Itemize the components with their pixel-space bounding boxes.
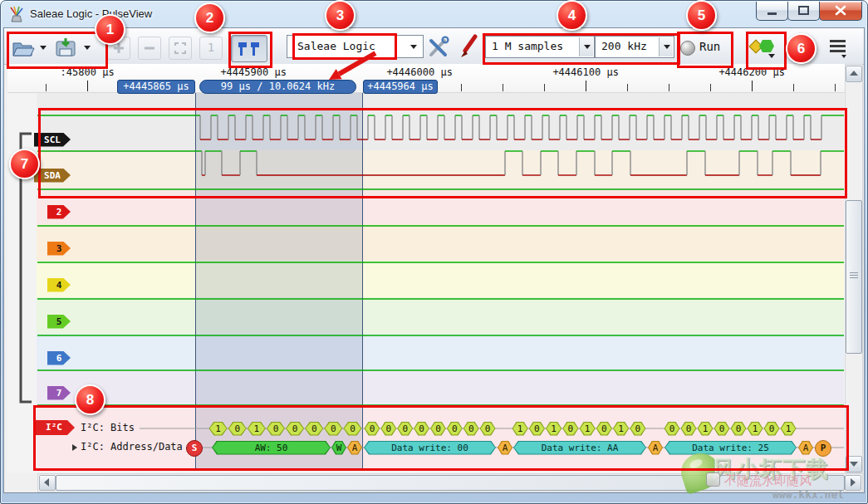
annotation-circle-8: 8 <box>75 384 105 415</box>
annotation-box-8 <box>33 405 849 471</box>
annotation-box-1 <box>7 32 108 69</box>
annotation-box-7 <box>38 108 847 198</box>
zoom-fit-button[interactable] <box>169 37 192 60</box>
ruler-minor-tick <box>710 84 711 91</box>
ruler-label: +4446000 µs <box>386 66 452 78</box>
ruler-major-tick <box>586 81 586 91</box>
pulseview-window: Saleae Logic - PulseView 1 <box>0 0 868 504</box>
ruler-minor-tick <box>835 84 836 91</box>
ruler-minor-tick <box>627 84 628 91</box>
scroll-left-button[interactable] <box>39 475 56 491</box>
ruler-minor-tick <box>503 84 503 91</box>
ruler-major-tick <box>752 81 753 91</box>
main-menu-button[interactable] <box>827 38 851 60</box>
ruler-minor-tick <box>669 84 669 91</box>
channel-row-6 <box>37 334 844 370</box>
annotation-circle-7: 7 <box>9 149 40 179</box>
close-button[interactable] <box>819 2 862 21</box>
maximize-button[interactable] <box>787 2 820 21</box>
app-icon <box>7 5 26 23</box>
ruler-label: +4446100 µs <box>552 66 618 78</box>
channel-row-7 <box>37 370 844 406</box>
cursor-flag-start[interactable]: +4445865 µs <box>117 80 195 94</box>
annotation-box-6 <box>746 32 787 70</box>
annotation-circle-1: 1 <box>95 14 125 45</box>
menu-bar-icon <box>830 40 846 42</box>
annotation-box-4 <box>483 33 680 65</box>
cursor-range-label[interactable]: 99 µs / 10.0624 kHz <box>199 80 356 94</box>
zoom-out-button[interactable] <box>138 37 161 60</box>
ruler-minor-tick <box>46 84 47 91</box>
zoom-one-to-one-button[interactable]: 1 <box>199 37 223 60</box>
horizontal-scroll-thumb[interactable] <box>56 475 845 491</box>
device-select-arrow[interactable] <box>410 45 417 49</box>
annotation-circle-6: 6 <box>786 33 817 64</box>
ruler-major-tick <box>87 81 88 91</box>
vertical-scroll-thumb[interactable] <box>846 200 862 354</box>
device-config-button[interactable] <box>427 36 450 59</box>
channel-row-4 <box>37 261 844 297</box>
annotation-box-5 <box>677 32 733 68</box>
ruler-minor-tick <box>793 84 794 91</box>
minimize-button[interactable] <box>756 2 788 21</box>
scroll-right-button[interactable] <box>845 475 861 491</box>
cursor-flag-end[interactable]: +4445964 µs <box>363 80 438 94</box>
ruler-minor-tick <box>544 84 545 91</box>
annotation-circle-4: 4 <box>557 0 587 31</box>
annotation-circle-3: 3 <box>325 0 356 31</box>
annotation-box-3 <box>292 33 397 60</box>
channel-row-3 <box>37 224 844 261</box>
annotation-circle-5: 5 <box>686 0 717 31</box>
scroll-up-button[interactable] <box>846 66 862 82</box>
menu-arrow <box>841 55 846 58</box>
ruler-minor-tick <box>461 84 462 91</box>
annotation-circle-2: 2 <box>194 2 225 33</box>
window-title: Saleae Logic - PulseView <box>30 7 152 20</box>
ruler-label: +4445900 µs <box>220 66 286 78</box>
probe-button[interactable] <box>457 34 480 59</box>
annotation-box-2 <box>228 32 272 68</box>
channel-row-5 <box>37 297 844 334</box>
